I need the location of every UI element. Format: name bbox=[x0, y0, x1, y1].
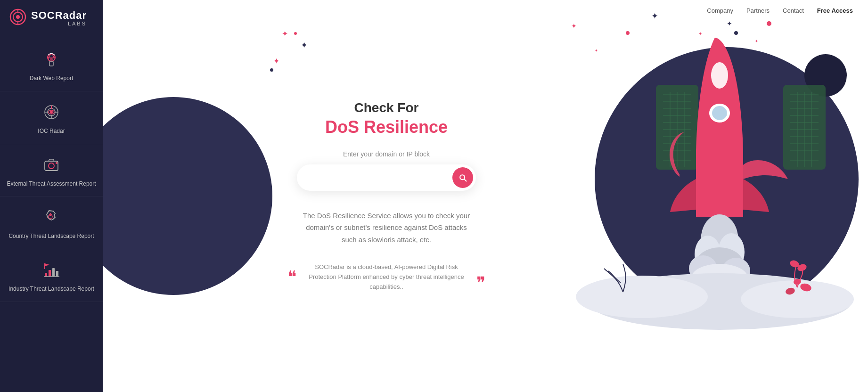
quote-mark-left: ❝ bbox=[287, 269, 296, 286]
svg-point-74 bbox=[722, 258, 750, 284]
svg-point-78 bbox=[741, 280, 854, 318]
background-circle bbox=[103, 97, 272, 295]
sidebar-item-country-label: Country Threat Landscape Report bbox=[8, 232, 94, 240]
svg-point-71 bbox=[718, 233, 745, 271]
star-decoration-1: ✦ bbox=[282, 29, 288, 38]
svg-point-2 bbox=[16, 15, 20, 19]
svg-point-18 bbox=[56, 162, 57, 164]
description-text: The DoS Resilience Service allows you to… bbox=[302, 210, 471, 246]
logo-soc: SOC bbox=[31, 9, 55, 22]
svg-point-17 bbox=[49, 163, 54, 169]
sidebar-item-ioc-radar[interactable]: IOC Radar bbox=[0, 91, 103, 144]
svg-point-80 bbox=[789, 259, 800, 269]
svg-point-10 bbox=[50, 111, 53, 114]
svg-point-77 bbox=[576, 276, 708, 318]
svg-rect-7 bbox=[49, 61, 53, 66]
svg-rect-23 bbox=[56, 271, 58, 277]
logo-labs: LABS bbox=[31, 21, 87, 26]
svg-point-70 bbox=[695, 236, 721, 273]
dos-resilience-title: DoS Resilience bbox=[325, 117, 448, 137]
svg-point-33 bbox=[767, 21, 771, 26]
dot-decoration-2 bbox=[270, 68, 273, 72]
search-bar bbox=[297, 164, 476, 191]
svg-rect-21 bbox=[49, 270, 51, 277]
sidebar-item-dark-web[interactable]: Dark Web Report bbox=[0, 39, 103, 91]
sidebar: SOC Radar LABS Dark Web bbox=[0, 0, 103, 392]
dos-illustration: ✦ ✦ ✦ ✦ ✦ ✦ bbox=[548, 0, 868, 392]
svg-point-67 bbox=[709, 104, 730, 122]
svg-point-37 bbox=[804, 54, 847, 97]
svg-marker-26 bbox=[45, 263, 49, 266]
search-button[interactable] bbox=[452, 167, 473, 188]
logo: SOC Radar LABS bbox=[0, 0, 103, 39]
check-for-title: Check For bbox=[354, 100, 419, 115]
svg-point-76 bbox=[588, 273, 852, 330]
main-content: Company Partners Contact Free Access ✦ ✦… bbox=[103, 0, 868, 392]
search-input[interactable] bbox=[306, 173, 452, 181]
svg-rect-38 bbox=[656, 85, 698, 170]
domain-label: Enter your domain or IP block bbox=[343, 150, 430, 158]
svg-rect-20 bbox=[45, 273, 47, 277]
svg-rect-39 bbox=[783, 85, 826, 170]
nav-contact[interactable]: Contact bbox=[783, 7, 804, 14]
sidebar-item-external-threat-label: External Threat Assessment Report bbox=[7, 180, 96, 188]
dot-decoration-1 bbox=[294, 32, 297, 35]
svg-text:✦: ✦ bbox=[727, 20, 732, 27]
svg-point-72 bbox=[696, 247, 743, 280]
center-content: Check For DoS Resilience Enter your doma… bbox=[287, 100, 485, 292]
logo-radar: Radar bbox=[55, 9, 87, 22]
star-decoration-2: ✦ bbox=[273, 57, 279, 65]
top-nav: Company Partners Contact Free Access bbox=[707, 0, 868, 21]
svg-text:✦: ✦ bbox=[698, 31, 702, 36]
quote-text: SOCRadar is a cloud-based, AI-powered Di… bbox=[301, 262, 472, 292]
svg-point-34 bbox=[734, 31, 738, 35]
svg-text:✦: ✦ bbox=[571, 22, 577, 30]
svg-point-82 bbox=[799, 282, 812, 293]
svg-point-83 bbox=[785, 287, 796, 296]
svg-text:✦: ✦ bbox=[595, 49, 598, 53]
nav-free-access[interactable]: Free Access bbox=[817, 7, 853, 14]
svg-point-69 bbox=[701, 214, 738, 266]
svg-point-79 bbox=[796, 263, 808, 272]
sidebar-item-ioc-label: IOC Radar bbox=[38, 127, 65, 135]
svg-point-75 bbox=[691, 264, 748, 292]
nav-partners[interactable]: Partners bbox=[746, 7, 770, 14]
sidebar-item-industry-threat[interactable]: Industry Threat Landscape Report bbox=[0, 249, 103, 302]
country-icon bbox=[41, 207, 62, 228]
sidebar-item-external-threat[interactable]: External Threat Assessment Report bbox=[0, 144, 103, 197]
sidebar-item-industry-label: Industry Threat Landscape Report bbox=[8, 285, 94, 293]
svg-point-6 bbox=[50, 58, 53, 61]
svg-text:✦: ✦ bbox=[755, 39, 758, 43]
svg-point-73 bbox=[689, 255, 717, 282]
svg-point-66 bbox=[711, 62, 728, 89]
camera-icon bbox=[41, 155, 62, 175]
svg-text:✦: ✦ bbox=[651, 11, 658, 21]
dark-web-icon bbox=[41, 49, 62, 70]
logo-text: SOC Radar LABS bbox=[31, 9, 87, 26]
ioc-icon bbox=[41, 102, 62, 122]
svg-rect-22 bbox=[52, 268, 55, 277]
star-decoration-3: ✦ bbox=[301, 40, 308, 50]
search-icon bbox=[458, 173, 467, 182]
quote-mark-right: ❞ bbox=[476, 275, 485, 292]
nav-company[interactable]: Company bbox=[707, 7, 733, 14]
svg-point-68 bbox=[712, 106, 727, 120]
quote-block: ❝ SOCRadar is a cloud-based, AI-powered … bbox=[287, 262, 485, 292]
svg-point-36 bbox=[595, 47, 859, 311]
svg-point-81 bbox=[793, 278, 802, 286]
sidebar-item-country-threat[interactable]: Country Threat Landscape Report bbox=[0, 196, 103, 249]
logo-icon bbox=[9, 8, 26, 27]
industry-icon bbox=[41, 260, 62, 280]
svg-point-35 bbox=[626, 31, 630, 35]
sidebar-item-dark-web-label: Dark Web Report bbox=[30, 74, 73, 82]
